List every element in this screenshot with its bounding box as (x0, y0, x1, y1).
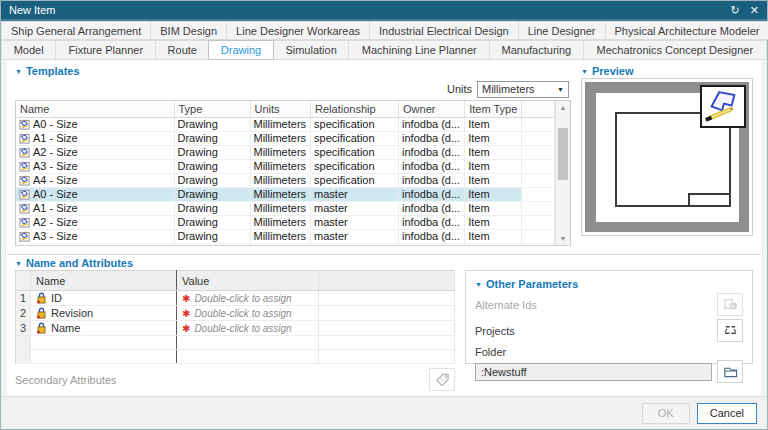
chevron-down-icon: ▼ (557, 86, 564, 93)
required-icon: ✱ (182, 308, 190, 319)
attributes-table: Name Value 1 ID ✱Double-click to assign (15, 270, 455, 364)
preview-section-header[interactable]: ▼ Preview (581, 65, 753, 77)
name-attributes-section-header[interactable]: ▼ Name and Attributes (15, 257, 753, 269)
drawing-template-icon (19, 175, 30, 186)
drawing-template-icon (19, 203, 30, 214)
table-row[interactable]: A2 - Size DrawingMillimetersmasterinfodb… (16, 215, 555, 229)
templates-table-container: Name Type Units Relationship Owner Item … (15, 100, 571, 246)
folder-browse-button[interactable] (717, 360, 743, 383)
collapse-arrow-icon: ▼ (15, 260, 22, 267)
dialog-footer: OK Cancel (1, 396, 767, 429)
attribute-row-id[interactable]: 1 ID ✱Double-click to assign (16, 291, 455, 306)
drawing-template-icon (19, 147, 30, 158)
preview-title-block (688, 193, 730, 208)
attribute-row-empty[interactable] (16, 336, 455, 350)
table-row[interactable]: A4 - Size DrawingMillimetersspecificatio… (16, 173, 555, 187)
scroll-down-icon[interactable]: ▼ (560, 232, 567, 245)
section-divider (7, 254, 761, 255)
tab-bim-design[interactable]: BIM Design (150, 21, 227, 40)
col-header-filler (522, 101, 555, 117)
drawing-template-icon (19, 231, 30, 242)
table-row[interactable]: A0 - Size DrawingMillimetersspecificatio… (16, 117, 555, 131)
attribute-value-cell[interactable]: ✱Double-click to assign (177, 321, 319, 336)
table-row[interactable]: A1 - Size DrawingMillimetersspecificatio… (16, 131, 555, 145)
cancel-button[interactable]: Cancel (697, 403, 757, 424)
name-attributes-header-label: Name and Attributes (26, 257, 133, 269)
attribute-value-cell[interactable]: ✱Double-click to assign (177, 291, 319, 306)
tab-mechatronics-concept-designer[interactable]: Mechatronics Concept Designer (583, 40, 767, 60)
drawing-type-overlay-icon (700, 85, 746, 128)
table-row-selected[interactable]: A0 - Size DrawingMillimetersmasterinfodb… (16, 187, 555, 201)
property-lock-icon (36, 292, 47, 304)
tab-model[interactable]: Model (1, 40, 56, 60)
units-label: Units (447, 83, 472, 95)
templates-header-row: Name Type Units Relationship Owner Item … (16, 101, 555, 117)
table-row[interactable]: A2 - Size DrawingMillimetersspecificatio… (16, 145, 555, 159)
collapse-arrow-icon: ▼ (15, 68, 22, 75)
scrollbar-track[interactable] (556, 114, 570, 232)
tab-industrial-electrical-design[interactable]: Industrial Electrical Design (369, 21, 519, 40)
tab-line-designer-workareas[interactable]: Line Designer Workareas (226, 21, 370, 40)
property-lock-icon (36, 307, 47, 319)
tag-icon (435, 372, 450, 387)
templates-section-header[interactable]: ▼ Templates (15, 65, 571, 77)
drawing-template-icon (19, 119, 30, 130)
required-icon: ✱ (182, 323, 190, 334)
drawing-template-icon (19, 217, 30, 228)
attribute-row-empty[interactable] (16, 350, 455, 364)
alternate-ids-button[interactable]: @ (717, 293, 743, 316)
other-parameters-section-header[interactable]: ▼ Other Parameters (475, 278, 743, 290)
attribute-value-cell[interactable]: ✱Double-click to assign (177, 306, 319, 321)
preview-box (581, 78, 753, 236)
tab-drawing[interactable]: Drawing (208, 40, 274, 60)
scroll-up-icon[interactable]: ▲ (560, 101, 567, 114)
other-parameters-panel: ▼ Other Parameters Alternate Ids @ Proje… (465, 270, 753, 364)
projects-button[interactable] (717, 319, 743, 342)
ok-button[interactable]: OK (642, 403, 690, 424)
templates-table: Name Type Units Relationship Owner Item … (16, 101, 555, 246)
folder-input[interactable] (475, 363, 712, 381)
units-dropdown-value: Millimeters (482, 83, 557, 95)
tab-simulation[interactable]: Simulation (273, 40, 350, 60)
drawing-template-icon (19, 161, 30, 172)
svg-text:@: @ (730, 302, 737, 309)
col-header-type[interactable]: Type (174, 101, 250, 117)
collapse-arrow-icon: ▼ (581, 68, 588, 75)
attribute-row-name[interactable]: 3 Name ✱Double-click to assign (16, 321, 455, 336)
refresh-icon[interactable]: ↻ (731, 1, 740, 19)
vertical-scrollbar[interactable]: ▲ ▼ (555, 101, 570, 245)
preview-panel: ▼ Preview (581, 63, 753, 246)
attribute-row-revision[interactable]: 2 Revision ✱Double-click to assign (16, 306, 455, 321)
table-row[interactable]: A3 - Size DrawingMillimetersspecificatio… (16, 159, 555, 173)
title-bar: New Item ↻ ✕ (1, 1, 767, 19)
preview-header-label: Preview (592, 65, 634, 77)
col-header-owner[interactable]: Owner (399, 101, 465, 117)
close-icon[interactable]: ✕ (750, 1, 759, 19)
tab-route[interactable]: Route (155, 40, 209, 60)
col-header-name[interactable]: Name (16, 101, 174, 117)
table-row[interactable]: A3 - Size DrawingMillimetersmasterinfodb… (16, 229, 555, 243)
tab-line-designer[interactable]: Line Designer (518, 21, 606, 40)
units-dropdown[interactable]: Millimeters ▼ (477, 81, 569, 98)
scrollbar-thumb[interactable] (558, 128, 568, 180)
tab-fixture-planner[interactable]: Fixture Planner (55, 40, 156, 60)
col-header-relationship[interactable]: Relationship (311, 101, 399, 117)
secondary-attributes-tag-button[interactable] (429, 368, 455, 391)
projects-label: Projects (475, 325, 515, 337)
tab-ship-general-arrangement[interactable]: Ship General Arrangement (1, 21, 151, 40)
projects-grid-icon (723, 323, 738, 338)
drawing-template-icon (19, 133, 30, 144)
property-lock-icon (36, 322, 47, 334)
attributes-area: Name Value 1 ID ✱Double-click to assign (15, 270, 455, 391)
tab-physical-architecture-modeler[interactable]: Physical Architecture Modeler (605, 21, 768, 40)
tab-manufacturing[interactable]: Manufacturing (489, 40, 583, 60)
table-row[interactable]: A4 - Size DrawingMillimetersmasterinfodb… (16, 243, 555, 246)
col-header-units[interactable]: Units (250, 101, 311, 117)
col-header-item-type[interactable]: Item Type (465, 101, 522, 117)
alternate-ids-label: Alternate Ids (475, 299, 537, 311)
templates-panel: ▼ Templates Units Millimeters ▼ (15, 63, 571, 246)
tab-machining-line-planner[interactable]: Machining Line Planner (348, 40, 490, 60)
drawing-template-icon (19, 189, 30, 200)
attributes-header-row: Name Value (16, 271, 455, 291)
table-row[interactable]: A1 - Size DrawingMillimetersmasterinfodb… (16, 201, 555, 215)
